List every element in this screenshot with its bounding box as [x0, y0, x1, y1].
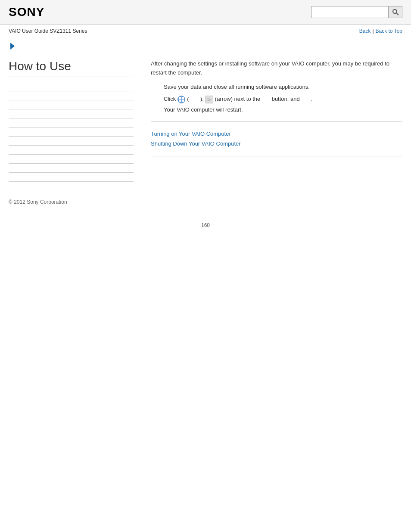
svg-rect-4 [179, 100, 181, 102]
link-shutting-down[interactable]: Shutting Down Your VAIO Computer [151, 139, 402, 149]
sidebar-item[interactable] [9, 146, 134, 155]
pipe-separator: | [372, 28, 374, 34]
click-label: Click [164, 95, 176, 104]
content-divider-bottom [151, 156, 402, 156]
svg-line-1 [396, 13, 399, 16]
content-divider [151, 121, 402, 122]
page-header: SONY [0, 0, 411, 25]
content-step2: Click ( ), ▷ (arrow) next to the button,… [164, 95, 402, 104]
start-text-placeholder [191, 96, 199, 103]
footer: © 2012 Sony Corporation [0, 190, 411, 214]
content-links: Turning on Your VAIO Computer Shutting D… [151, 129, 402, 149]
arrow-icon: ▷ [206, 96, 213, 103]
sidebar-item[interactable] [9, 100, 134, 109]
back-link[interactable]: Back [359, 28, 371, 34]
breadcrumb-area [0, 37, 411, 51]
copyright: © 2012 Sony Corporation [9, 199, 67, 205]
content-intro: After changing the settings or installin… [151, 59, 402, 78]
page-number: 160 [0, 214, 411, 237]
main-content: How to Use After changing the settings o… [0, 51, 411, 190]
step2-middle: (arrow) next to the [215, 95, 261, 104]
nav-links: Back | Back to Top [359, 28, 402, 34]
sub-header: VAIO User Guide SVZ1311 Series Back | Ba… [0, 25, 411, 37]
sidebar-item[interactable] [9, 91, 134, 100]
sidebar-item[interactable] [9, 109, 134, 118]
sidebar-item[interactable] [9, 164, 134, 173]
sidebar-item[interactable] [9, 82, 134, 91]
chevron-right-icon [10, 43, 15, 50]
sidebar-item[interactable] [9, 118, 134, 128]
paren-open: ( [187, 95, 189, 104]
svg-point-0 [393, 9, 397, 13]
end-placeholder [302, 96, 309, 103]
step2-end: . [311, 95, 313, 104]
search-icon [392, 9, 399, 16]
sidebar-title: How to Use [9, 59, 134, 77]
sidebar-item[interactable] [9, 155, 134, 164]
svg-rect-5 [182, 100, 184, 102]
header-search-area [311, 6, 402, 18]
step2-button-label: button, and [272, 95, 300, 104]
content-step1: Save your data and close all running sof… [164, 83, 402, 92]
sidebar-item[interactable] [9, 173, 134, 182]
paren-close: ), [200, 95, 204, 104]
sony-logo: SONY [9, 5, 44, 19]
content-step3: Your VAIO computer will restart. [164, 106, 402, 115]
content-area: After changing the settings or installin… [142, 59, 402, 182]
sidebar-item[interactable] [9, 128, 134, 137]
sidebar-item[interactable] [9, 137, 134, 146]
button-placeholder [262, 96, 270, 103]
search-button[interactable] [389, 6, 402, 18]
windows-start-icon [177, 96, 185, 103]
guide-title: VAIO User Guide SVZ1311 Series [9, 28, 87, 34]
link-turning-on[interactable]: Turning on Your VAIO Computer [151, 129, 402, 139]
svg-rect-3 [182, 97, 184, 99]
search-input[interactable] [311, 6, 389, 18]
svg-rect-2 [179, 97, 181, 99]
sidebar: How to Use [9, 59, 142, 182]
back-to-top-link[interactable]: Back to Top [376, 28, 402, 34]
